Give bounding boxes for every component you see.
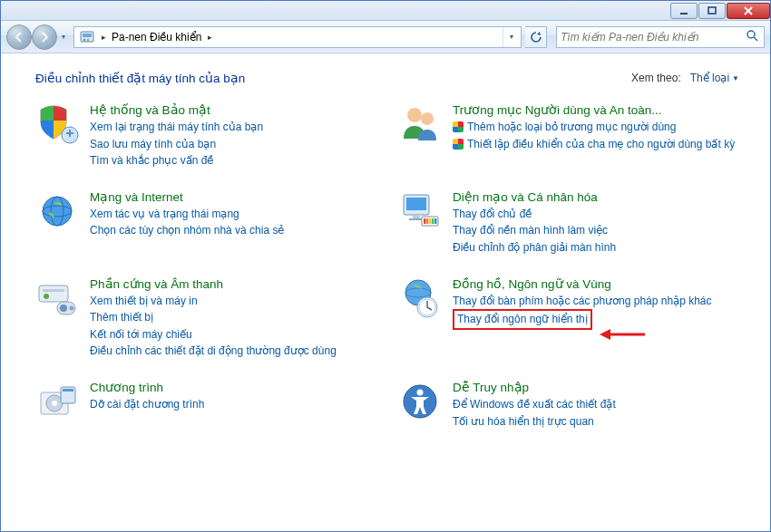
svg-rect-24 — [434, 218, 437, 224]
task-add-device[interactable]: Thêm thiết bị — [90, 309, 380, 326]
appearance-icon — [398, 189, 442, 233]
task-windows-suggest[interactable]: Để Windows đề xuất các thiết đặt — [453, 396, 743, 413]
category-title-hardware[interactable]: Phần cứng và Âm thanh — [90, 276, 223, 291]
category-title-ease[interactable]: Dễ Truy nhập — [453, 380, 529, 394]
svg-point-12 — [43, 197, 72, 226]
category-title-clock[interactable]: Đồng hồ, Ngôn ngữ và Vùng — [453, 276, 611, 291]
task-mobility-settings[interactable]: Điều chỉnh các thiết đặt di động thường … — [90, 343, 380, 360]
address-bar[interactable]: ▸ Pa-nen Điều khiển ▸ ▾ — [73, 26, 522, 48]
svg-rect-20 — [424, 218, 426, 224]
svg-rect-17 — [413, 215, 420, 218]
view-by-value: Thể loại — [690, 72, 729, 84]
svg-rect-3 — [83, 34, 92, 37]
svg-rect-22 — [429, 218, 432, 224]
hardware-icon — [35, 276, 79, 320]
category-title-appearance[interactable]: Diện mạo và Cá nhân hóa — [453, 189, 598, 204]
window-titlebar — [1, 1, 770, 21]
view-by-label: Xem theo: — [631, 72, 681, 84]
programs-icon — [35, 380, 79, 423]
category-system-security: Hệ thống và Bảo mật Xem lại trạng thái m… — [35, 102, 380, 169]
svg-point-29 — [60, 305, 67, 312]
task-change-theme[interactable]: Thay đổi chủ đề — [453, 206, 743, 223]
window-controls — [669, 3, 770, 19]
task-homegroup[interactable]: Chọn các tùy chọn nhóm nhà và chia sẻ — [90, 222, 380, 239]
control-panel-window: ▾ ▸ Pa-nen Điều khiển ▸ ▾ — [0, 0, 771, 532]
task-troubleshoot[interactable]: Tìm và khắc phục vấn đề — [90, 152, 380, 169]
task-review-status[interactable]: Xem lại trạng thái máy tính của bạn — [90, 119, 380, 136]
svg-rect-1 — [708, 7, 716, 14]
ease-of-access-icon — [398, 380, 442, 423]
svg-point-6 — [747, 31, 755, 38]
nav-arrow-group: ▾ — [6, 24, 70, 50]
task-screen-resolution[interactable]: Điều chỉnh độ phân giải màn hình — [453, 239, 743, 256]
svg-rect-16 — [406, 198, 426, 210]
network-icon — [35, 189, 79, 233]
back-button[interactable] — [6, 24, 32, 50]
category-grid: Hệ thống và Bảo mật Xem lại trạng thái m… — [35, 102, 743, 430]
nav-history-dropdown[interactable]: ▾ — [57, 28, 70, 46]
svg-point-27 — [44, 294, 49, 299]
close-button[interactable] — [727, 3, 770, 19]
svg-point-5 — [87, 38, 90, 41]
task-add-remove-accounts[interactable]: Thêm hoặc loại bỏ trương mục người dùng — [453, 119, 743, 136]
task-uninstall[interactable]: Dỡ cài đặt chương trình — [90, 396, 380, 413]
task-desktop-background[interactable]: Thay đổi nền màn hình làm việc — [453, 222, 743, 239]
minimize-button[interactable] — [670, 3, 698, 19]
svg-point-30 — [70, 305, 74, 310]
address-dropdown[interactable]: ▾ — [503, 27, 519, 47]
category-title-users[interactable]: Trương mục Người dùng và An toàn... — [453, 102, 662, 117]
task-network-status[interactable]: Xem tác vụ và trạng thái mạng — [90, 206, 380, 223]
page-header: Điều chỉnh thiết đặt máy tính của bạn Xe… — [35, 70, 743, 86]
category-network: Mạng và Internet Xem tác vụ và trạng thá… — [35, 189, 380, 256]
control-panel-icon — [80, 30, 96, 44]
svg-rect-0 — [680, 13, 688, 15]
task-input-methods[interactable]: Thay đổi bàn phím hoặc các phương pháp n… — [453, 293, 743, 310]
task-parental-controls[interactable]: Thiết lập điều khiển của cha mẹ cho ngườ… — [453, 136, 743, 153]
task-backup[interactable]: Sao lưu máy tính của bạn — [90, 136, 380, 153]
content-area: Điều chỉnh thiết đặt máy tính của bạn Xe… — [1, 53, 770, 531]
breadcrumb-label: Pa-nen Điều khiển — [112, 31, 201, 44]
search-icon[interactable] — [746, 29, 760, 44]
maximize-button[interactable] — [698, 3, 726, 19]
page-title: Điều chỉnh thiết đặt máy tính của bạn — [35, 71, 245, 85]
svg-point-11 — [421, 112, 434, 125]
svg-rect-9 — [69, 130, 71, 137]
svg-rect-25 — [39, 285, 68, 302]
breadcrumb-control-panel[interactable]: Pa-nen Điều khiển ▸ — [108, 29, 220, 45]
category-title-network[interactable]: Mạng và Internet — [90, 189, 183, 204]
category-user-accounts: Trương mục Người dùng và An toàn... Thêm… — [398, 102, 743, 169]
navigation-toolbar: ▾ ▸ Pa-nen Điều khiển ▸ ▾ — [1, 21, 770, 53]
svg-rect-21 — [426, 218, 429, 224]
search-box[interactable] — [556, 26, 765, 48]
svg-rect-40 — [63, 389, 73, 392]
breadcrumb-arrow-icon: ▸ — [206, 33, 214, 42]
user-accounts-icon — [398, 102, 442, 146]
chevron-down-icon: ▼ — [732, 74, 739, 82]
svg-point-4 — [83, 38, 86, 41]
svg-point-10 — [407, 108, 422, 122]
svg-point-38 — [52, 401, 57, 406]
category-programs: Chương trình Dỡ cài đặt chương trình — [35, 380, 380, 430]
task-optimize-display[interactable]: Tối ưu hóa hiển thị trực quan — [453, 413, 743, 430]
category-ease-of-access: Dễ Truy nhập Để Windows đề xuất các thiế… — [398, 380, 743, 430]
breadcrumb: ▸ Pa-nen Điều khiển ▸ — [100, 29, 503, 45]
svg-point-42 — [417, 389, 424, 395]
breadcrumb-root-arrow[interactable]: ▸ — [100, 33, 108, 42]
forward-button[interactable] — [32, 24, 57, 50]
category-hardware: Phần cứng và Âm thanh Xem thiết bị và má… — [35, 276, 380, 360]
category-title-programs[interactable]: Chương trình — [90, 380, 163, 394]
search-input[interactable] — [561, 31, 746, 44]
svg-rect-23 — [432, 218, 434, 224]
task-connect-projector[interactable]: Kết nối tới máy chiếu — [90, 326, 380, 343]
category-title-system[interactable]: Hệ thống và Bảo mật — [90, 102, 210, 117]
svg-rect-26 — [43, 289, 64, 292]
refresh-button[interactable] — [525, 26, 547, 48]
clock-language-icon — [398, 276, 442, 320]
system-security-icon — [35, 102, 79, 146]
task-devices-printers[interactable]: Xem thiết bị và máy in — [90, 293, 380, 310]
view-by: Xem theo: Thể loại ▼ — [631, 70, 743, 86]
view-by-dropdown[interactable]: Thể loại ▼ — [687, 70, 743, 86]
category-appearance: Diện mạo và Cá nhân hóa Thay đổi chủ đề … — [398, 189, 743, 256]
category-clock-language: Đồng hồ, Ngôn ngữ và Vùng Thay đổi bàn p… — [398, 276, 743, 360]
task-display-language[interactable]: Thay đổi ngôn ngữ hiển thị — [453, 309, 592, 330]
